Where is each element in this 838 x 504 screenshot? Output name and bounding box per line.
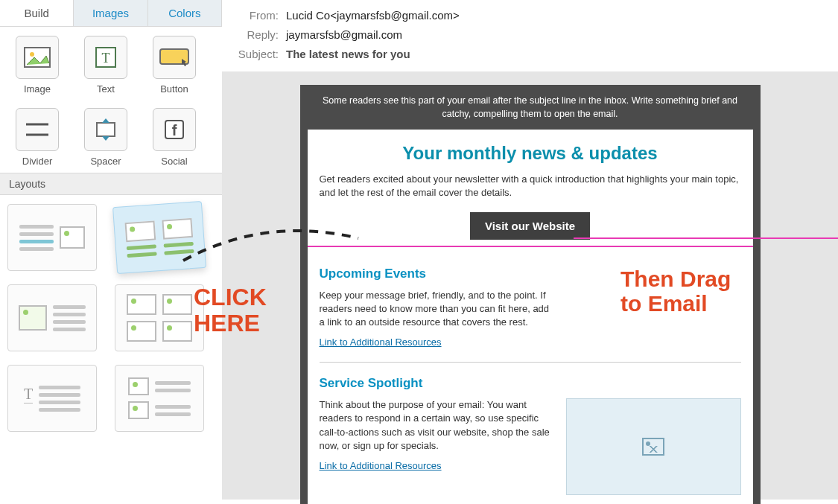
subject-value[interactable]: The latest news for you [286, 45, 410, 64]
image-placeholder[interactable] [566, 398, 741, 495]
subject-label: Subject: [232, 45, 279, 64]
reply-value[interactable]: jaymarsfsb@gmail.com [286, 25, 402, 45]
block-spacer[interactable]: Spacer [79, 108, 133, 167]
reply-label: Reply: [232, 25, 279, 45]
placeholder-icon [642, 438, 664, 456]
svg-point-1 [30, 52, 34, 57]
annotation-click-here: CLICK HERE [194, 284, 267, 336]
button-icon [153, 36, 196, 79]
svg-marker-9 [102, 136, 109, 141]
svg-text:f: f [172, 122, 177, 138]
tab-images[interactable]: Images [74, 0, 147, 26]
block-label: Social [147, 156, 201, 167]
annotation-drag-to-email: Then Drag to Email [620, 267, 731, 316]
email-title[interactable]: Your monthly news & updates [320, 143, 741, 164]
block-divider[interactable]: Divider [10, 108, 64, 167]
drag-path-arrow [176, 223, 362, 268]
block-label: Spacer [79, 156, 133, 167]
email-canvas[interactable]: Some readers see this part of your email… [222, 71, 838, 500]
layout-option-5[interactable]: T [7, 365, 97, 432]
svg-marker-8 [102, 118, 109, 123]
layout-option-6[interactable] [115, 365, 204, 432]
layout-option-1[interactable] [7, 204, 97, 271]
block-label: Text [79, 83, 133, 95]
divider-icon [16, 108, 59, 151]
image-icon [16, 36, 59, 79]
tab-build[interactable]: Build [0, 0, 74, 26]
layouts-heading: Layouts [0, 173, 222, 195]
intro-paragraph[interactable]: Get readers excited about your newslette… [320, 173, 741, 200]
block-label: Button [147, 83, 201, 95]
drop-indicator [308, 246, 753, 247]
divider-line [320, 362, 741, 363]
email-header: From:Lucid Co<jaymarsfsb@gmail.com> Repl… [222, 0, 838, 71]
cta-button[interactable]: Visit our Website [470, 212, 590, 240]
drop-indicator-extension [574, 237, 838, 239]
text-icon: T [84, 36, 127, 79]
block-image[interactable]: Image [10, 36, 64, 95]
social-icon: f [153, 108, 196, 151]
blocks-panel: Image T Text Button Divider Spacer [0, 27, 222, 173]
layout-option-3[interactable] [7, 284, 97, 351]
block-label: Divider [10, 156, 64, 167]
section1-body[interactable]: Keep your message brief, friendly, and t… [320, 289, 551, 330]
section2-link[interactable]: Link to Additional Resources [320, 460, 442, 471]
layout-option-4[interactable] [115, 284, 204, 351]
tab-colors[interactable]: Colors [148, 0, 222, 26]
section2-body[interactable]: Think about the purpose of your email: Y… [320, 398, 551, 453]
spacer-icon [84, 108, 127, 151]
block-button[interactable]: Button [147, 36, 201, 95]
tabs: Build Images Colors [0, 0, 222, 27]
section2-title[interactable]: Service Spotlight [320, 376, 741, 391]
email-body: Your monthly news & updates Get readers … [308, 130, 753, 504]
section1-link[interactable]: Link to Additional Resources [320, 336, 442, 348]
block-social[interactable]: f Social [147, 108, 201, 167]
from-label: From: [232, 6, 279, 25]
preheader-text[interactable]: Some readers see this part of your email… [300, 85, 761, 130]
svg-text:T: T [102, 51, 110, 66]
svg-rect-7 [97, 123, 115, 136]
block-text[interactable]: T Text [79, 36, 133, 95]
from-value[interactable]: Lucid Co<jaymarsfsb@gmail.com> [286, 6, 460, 25]
block-label: Image [10, 83, 64, 95]
